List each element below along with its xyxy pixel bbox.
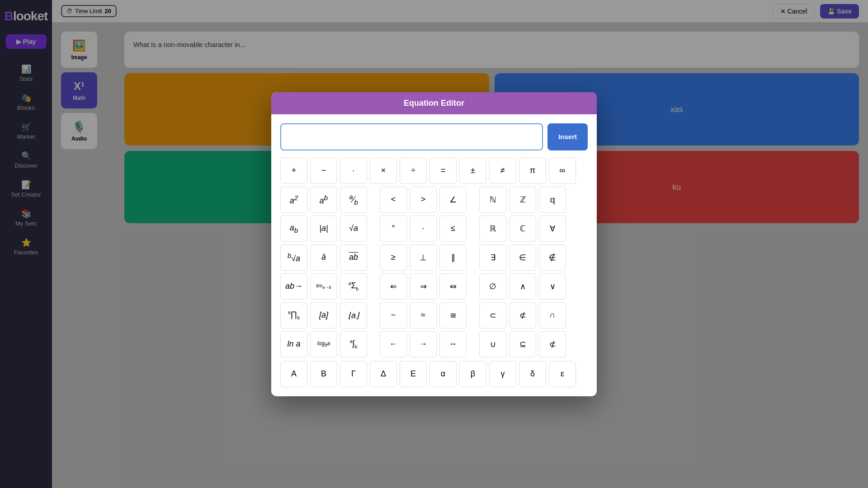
left-col: a2 ab a⁄b ab |a| √a b√a ā ab	[280, 187, 367, 357]
number-sets-row2: ℝ ℂ ∀	[479, 216, 566, 242]
tilde-row: ~ ≈ ≅	[380, 302, 467, 328]
sym-div[interactable]: ÷	[400, 158, 427, 184]
sym-lim[interactable]: lima→b	[310, 273, 337, 300]
sym-epsilon-upper[interactable]: Ε	[400, 361, 427, 387]
sym-lt[interactable]: <	[380, 187, 407, 213]
logic-row1: ∃ ∈ ∉	[479, 244, 566, 271]
sym-or[interactable]: ∨	[539, 273, 566, 300]
sym-rationals[interactable]: 𝕢	[539, 187, 566, 213]
sym-int[interactable]: a∫b	[340, 331, 367, 357]
sym-intersect[interactable]: ∩	[539, 302, 566, 328]
sym-neq[interactable]: ≠	[489, 158, 516, 184]
sym-frac[interactable]: a⁄b	[340, 187, 367, 213]
compare-row2: ° · ≤	[380, 216, 467, 242]
sym-approx[interactable]: ≈	[410, 302, 437, 328]
sym-perp[interactable]: ⊥	[410, 244, 437, 271]
sym-subset[interactable]: ⊂	[479, 302, 506, 328]
sym-alpha-upper[interactable]: Α	[280, 361, 307, 387]
sym-empty[interactable]: ∅	[479, 273, 506, 300]
sym-notsubset[interactable]: ⊄	[509, 302, 536, 328]
sym-gt[interactable]: >	[410, 187, 437, 213]
sym-ceil[interactable]: [a]	[310, 302, 337, 328]
sym-eq[interactable]: =	[429, 158, 457, 184]
sym-tilde[interactable]: ~	[380, 302, 407, 328]
sym-angle[interactable]: ∠	[439, 187, 467, 213]
set-row2: ∪ ⊆ ⊄	[479, 331, 566, 357]
sym-ln[interactable]: ln a	[280, 331, 307, 357]
log-row: ln a logba a∫b	[280, 331, 367, 357]
sym-notin[interactable]: ∉	[539, 244, 566, 271]
sym-floor[interactable]: ⌊a⌋	[340, 302, 367, 328]
sym-leq[interactable]: ≤	[439, 216, 467, 242]
sym-abbar[interactable]: ab	[340, 244, 367, 271]
equation-editor-modal: Equation Editor Insert + − · × ÷ = ± ≠ π…	[271, 92, 597, 396]
sym-dlrarrow[interactable]: ⇔	[439, 273, 467, 300]
sym-union[interactable]: ∪	[479, 331, 506, 357]
sym-a2[interactable]: a2	[280, 187, 307, 213]
set-row1: ⊂ ⊄ ∩	[479, 302, 566, 328]
column-divider	[371, 187, 376, 357]
sym-exists[interactable]: ∃	[479, 244, 506, 271]
sym-plusminus[interactable]: ±	[459, 158, 486, 184]
equation-input[interactable]	[280, 123, 543, 150]
sym-alpha-lower[interactable]: α	[429, 361, 457, 387]
column-divider2	[470, 187, 476, 357]
sym-abar[interactable]: ā	[310, 244, 337, 271]
sym-deg[interactable]: °	[380, 216, 407, 242]
sym-sqrt[interactable]: √a	[340, 216, 367, 242]
sym-dot[interactable]: ·	[340, 158, 367, 184]
sym-notsubsetoreq[interactable]: ⊄	[539, 331, 566, 357]
sym-gamma-lower[interactable]: γ	[489, 361, 516, 387]
sym-abvec[interactable]: ab→	[280, 273, 307, 300]
arrow-dir-row: ⇐ ⇒ ⇔	[380, 273, 467, 300]
sym-reals[interactable]: ℝ	[479, 216, 506, 242]
sym-delta-lower[interactable]: δ	[519, 361, 546, 387]
sym-rarrow[interactable]: →	[410, 331, 437, 357]
sym-integers[interactable]: ℤ	[509, 187, 536, 213]
sym-abs[interactable]: |a|	[310, 216, 337, 242]
sym-subscript[interactable]: ab	[280, 216, 307, 242]
sym-naturals[interactable]: ℕ	[479, 187, 506, 213]
sym-cong[interactable]: ≅	[439, 302, 467, 328]
modal-header: Equation Editor	[271, 92, 597, 114]
sym-minus[interactable]: −	[310, 158, 337, 184]
sym-gamma-upper[interactable]: Γ	[340, 361, 367, 387]
modal-body: Insert + − · × ÷ = ± ≠ π ∞ a2 ab	[271, 114, 597, 396]
sym-parallel[interactable]: ∥	[439, 244, 467, 271]
sym-geq[interactable]: ≥	[380, 244, 407, 271]
sym-larrow[interactable]: ←	[380, 331, 407, 357]
sym-subsetoreq[interactable]: ⊆	[509, 331, 536, 357]
modal-backdrop: Equation Editor Insert + − · × ÷ = ± ≠ π…	[0, 0, 868, 488]
compare-row1: < > ∠	[380, 187, 467, 213]
sym-dlarrow[interactable]: ⇐	[380, 273, 407, 300]
root-row: b√a ā ab	[280, 244, 367, 271]
insert-button[interactable]: Insert	[547, 123, 588, 150]
sym-plus[interactable]: +	[280, 158, 307, 184]
sym-log[interactable]: logba	[310, 331, 337, 357]
sym-drarrow[interactable]: ⇒	[410, 273, 437, 300]
sym-in[interactable]: ∈	[509, 244, 536, 271]
sym-epsilon-lower[interactable]: ε	[549, 361, 576, 387]
sym-ab[interactable]: ab	[310, 187, 337, 213]
number-sets-row1: ℕ ℤ 𝕢	[479, 187, 566, 213]
sym-complex[interactable]: ℂ	[509, 216, 536, 242]
arrow-single-row: ← → ↔	[380, 331, 467, 357]
subscript-row: ab |a| √a	[280, 216, 367, 242]
sym-times[interactable]: ×	[370, 158, 397, 184]
sym-pi[interactable]: π	[519, 158, 546, 184]
sym-lrarrow[interactable]: ↔	[439, 331, 467, 357]
right-col: ℕ ℤ 𝕢 ℝ ℂ ∀ ∃ ∈ ∉ ∅	[479, 187, 566, 357]
sym-cdot[interactable]: ·	[410, 216, 437, 242]
sym-inf[interactable]: ∞	[549, 158, 576, 184]
sym-nthroot[interactable]: b√a	[280, 244, 307, 271]
sym-beta-lower[interactable]: β	[459, 361, 486, 387]
row2-container: a2 ab a⁄b ab |a| √a b√a ā ab	[280, 187, 588, 357]
sym-prod[interactable]: a∏b	[280, 302, 307, 328]
prod-row: a∏b [a] ⌊a⌋	[280, 302, 367, 328]
compare-row3: ≥ ⊥ ∥	[380, 244, 467, 271]
sym-and[interactable]: ∧	[509, 273, 536, 300]
sym-sum[interactable]: aΣb	[340, 273, 367, 300]
sym-delta-upper[interactable]: Δ	[370, 361, 397, 387]
sym-forall[interactable]: ∀	[539, 216, 566, 242]
sym-beta-upper[interactable]: Β	[310, 361, 337, 387]
